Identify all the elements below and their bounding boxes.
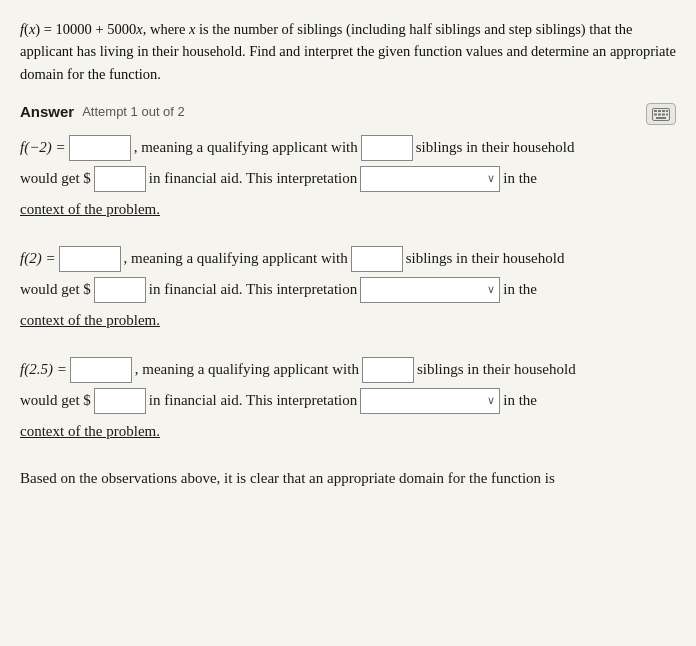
f-2-in-the: in the: [503, 276, 537, 303]
f-neg2-value-input[interactable]: [69, 135, 131, 161]
f-2-siblings-input[interactable]: [351, 246, 403, 272]
section-f-neg2: f(−2) = , meaning a qualifying applicant…: [20, 134, 676, 223]
keyboard-icon[interactable]: [646, 103, 676, 125]
f-neg2-aid-input[interactable]: [94, 166, 146, 192]
line-2: would get $ in financial aid. This inter…: [20, 165, 676, 192]
svg-rect-3: [662, 110, 665, 112]
f-2-financial-text: in financial aid. This interpretation: [149, 276, 357, 303]
f-neg2-financial-text: in financial aid. This interpretation: [149, 165, 357, 192]
section-f-2: f(2) = , meaning a qualifying applicant …: [20, 245, 676, 334]
f-2-context: context of the problem.: [20, 307, 160, 334]
svg-rect-2: [658, 110, 661, 112]
svg-rect-6: [658, 113, 661, 115]
f-2-would-get: would get $: [20, 276, 91, 303]
svg-rect-1: [654, 110, 657, 112]
function-definition: f(x) = 10000 + 5000x, where x is the num…: [20, 21, 676, 82]
bottom-text: Based on the observations above, it is c…: [20, 467, 676, 490]
f-2-interpretation-dropdown[interactable]: ∨: [360, 277, 500, 303]
line-3: context of the problem.: [20, 196, 676, 223]
problem-text: f(x) = 10000 + 5000x, where x is the num…: [20, 18, 676, 85]
line-7: f(2.5) = , meaning a qualifying applican…: [20, 356, 676, 383]
f-neg2-meaning-text: , meaning a qualifying applicant with: [134, 134, 358, 161]
f-neg2-siblings-input[interactable]: [361, 135, 413, 161]
f-neg2-label: f(−2) =: [20, 134, 66, 161]
svg-rect-9: [656, 117, 666, 119]
f-25-context: context of the problem.: [20, 418, 160, 445]
line-5: would get $ in financial aid. This inter…: [20, 276, 676, 303]
answer-header: Answer Attempt 1 out of 2: [20, 103, 676, 120]
f-25-in-the: in the: [503, 387, 537, 414]
line-8: would get $ in financial aid. This inter…: [20, 387, 676, 414]
f-neg2-dropdown-arrow: ∨: [487, 169, 495, 189]
f-25-meaning-text: , meaning a qualifying applicant with: [135, 356, 359, 383]
attempt-label: Attempt 1 out of 2: [82, 104, 185, 119]
f-2-dropdown-arrow: ∨: [487, 280, 495, 300]
f-25-dropdown-arrow: ∨: [487, 391, 495, 411]
f-25-financial-text: in financial aid. This interpretation: [149, 387, 357, 414]
f-25-aid-input[interactable]: [94, 388, 146, 414]
f-neg2-in-the: in the: [503, 165, 537, 192]
f-2-label: f(2) =: [20, 245, 56, 272]
f-25-siblings-input[interactable]: [362, 357, 414, 383]
svg-rect-8: [666, 113, 668, 115]
page: f(x) = 10000 + 5000x, where x is the num…: [0, 0, 696, 646]
f-2-aid-input[interactable]: [94, 277, 146, 303]
svg-rect-7: [662, 113, 665, 115]
f-2-meaning-text: , meaning a qualifying applicant with: [124, 245, 348, 272]
f-25-label: f(2.5) =: [20, 356, 67, 383]
line-6: context of the problem.: [20, 307, 676, 334]
svg-rect-5: [654, 113, 657, 115]
f-neg2-context: context of the problem.: [20, 196, 160, 223]
line-9: context of the problem.: [20, 418, 676, 445]
f-neg2-interpretation-dropdown[interactable]: ∨: [360, 166, 500, 192]
f-25-value-input[interactable]: [70, 357, 132, 383]
line-1: f(−2) = , meaning a qualifying applicant…: [20, 134, 676, 161]
section-f-25: f(2.5) = , meaning a qualifying applican…: [20, 356, 676, 445]
line-4: f(2) = , meaning a qualifying applicant …: [20, 245, 676, 272]
f-neg2-would-get: would get $: [20, 165, 91, 192]
f-25-interpretation-dropdown[interactable]: ∨: [360, 388, 500, 414]
f-25-would-get: would get $: [20, 387, 91, 414]
f-neg2-siblings-suffix: siblings in their household: [416, 134, 575, 161]
f-25-siblings-suffix: siblings in their household: [417, 356, 576, 383]
f-2-value-input[interactable]: [59, 246, 121, 272]
f-2-siblings-suffix: siblings in their household: [406, 245, 565, 272]
svg-rect-4: [666, 110, 668, 112]
answer-label: Answer: [20, 103, 74, 120]
